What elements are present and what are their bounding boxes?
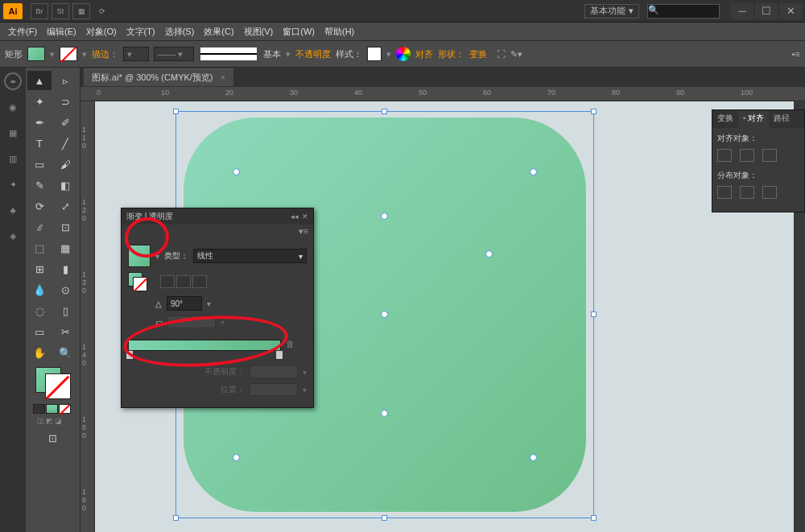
swatches-icon[interactable]: ▦ [4, 124, 22, 142]
stroke-grad-3[interactable] [192, 275, 207, 288]
align-hcenter-icon[interactable] [740, 149, 754, 162]
none-mode[interactable] [59, 404, 71, 414]
gradient-preview-swatch[interactable] [128, 245, 151, 267]
close-button[interactable]: ✕ [779, 3, 802, 19]
zoom-tool[interactable]: 🔍 [53, 343, 77, 362]
fill-stroke-box[interactable] [35, 367, 71, 399]
menu-select[interactable]: 选择(S) [160, 26, 200, 38]
hand-tool[interactable]: ✋ [27, 343, 52, 362]
search-input[interactable]: 🔍 [647, 4, 720, 19]
distribute-top-icon[interactable] [717, 186, 732, 199]
tab-transform[interactable]: 变换 [712, 110, 738, 128]
workspace-switcher[interactable]: 基本功能 ▾ [584, 4, 639, 19]
line-tool[interactable]: ╱ [53, 134, 77, 153]
center-point[interactable] [381, 311, 388, 318]
draw-mode-icon[interactable]: ◫ [37, 417, 44, 425]
recolor-button[interactable] [396, 47, 411, 61]
menu-file[interactable]: 文件(F) [3, 26, 42, 38]
layers-icon[interactable]: ◈ [4, 227, 22, 245]
stock-button[interactable]: St [52, 3, 69, 19]
opacity-label[interactable]: 不透明度 [295, 48, 331, 60]
document-tab[interactable]: 图标.ai* @ 300% (CMYK/预览) × [84, 68, 233, 86]
panel-close-icon[interactable]: ✕ [302, 212, 308, 221]
direct-selection-tool[interactable]: ▹ [53, 71, 77, 90]
corner-widget-bl[interactable] [233, 454, 240, 461]
gradient-stop-right[interactable] [275, 350, 283, 360]
symbols-icon[interactable]: ✦ [4, 175, 22, 193]
stroke-grad-2[interactable] [176, 275, 191, 288]
gradient-ramp[interactable] [128, 340, 281, 351]
shape-builder-tool[interactable]: ⬚ [27, 238, 52, 258]
maximize-button[interactable]: ☐ [755, 3, 778, 19]
gradient-fill-stroke[interactable] [128, 272, 147, 291]
panel-header[interactable]: 渐变 | 透明度 ◂◂ ✕ [122, 208, 313, 225]
draw-inside-icon[interactable]: ◪ [55, 417, 62, 425]
align-right-icon[interactable] [762, 149, 777, 162]
delete-stop-icon[interactable]: 🗑 [286, 339, 295, 348]
artboard-tool[interactable]: ▭ [27, 322, 52, 341]
color-icon[interactable]: ◉ [4, 98, 22, 116]
gpu-button[interactable]: ⟳ [93, 3, 111, 19]
eyedropper-tool[interactable]: 💧 [27, 280, 52, 299]
menu-window[interactable]: 窗口(W) [278, 26, 320, 38]
rectangle-tool[interactable]: ▭ [27, 155, 52, 174]
stroke-swatch[interactable] [60, 47, 77, 61]
slice-tool[interactable]: ✂ [53, 322, 77, 341]
menu-type[interactable]: 文字(T) [122, 26, 160, 38]
handle-tr[interactable] [591, 109, 597, 114]
curvature-tool[interactable]: ✐ [53, 113, 77, 132]
width-tool[interactable]: ⫽ [27, 217, 52, 237]
handle-bm[interactable] [382, 515, 387, 521]
shape-btn[interactable]: 形状： [438, 48, 464, 60]
menu-view[interactable]: 视图(V) [239, 26, 279, 38]
stroke-icon[interactable]: ♣ [4, 201, 22, 219]
brushes-icon[interactable]: ▥ [4, 150, 22, 167]
mesh-tool[interactable]: ⊞ [27, 259, 52, 278]
panel-menu-icon[interactable]: ▾≡ [299, 226, 308, 236]
cc-libraries-icon[interactable]: ∞ [4, 72, 22, 90]
paintbrush-tool[interactable]: 🖌 [53, 155, 77, 174]
stroke-label[interactable]: 描边： [92, 48, 118, 60]
pen-tool[interactable]: ✒ [27, 113, 52, 132]
gradient-stop-left[interactable] [126, 350, 134, 360]
magic-wand-tool[interactable]: ✦ [27, 92, 52, 111]
stroke-grad-1[interactable] [160, 275, 175, 288]
rotate-tool[interactable]: ⟳ [27, 196, 52, 216]
draw-behind-icon[interactable]: ◩ [46, 417, 53, 425]
handle-mr[interactable] [591, 311, 597, 317]
edge-bottom[interactable] [381, 410, 388, 417]
minimize-button[interactable]: ─ [731, 3, 753, 19]
arrange-docs-button[interactable]: ▦ [72, 3, 90, 19]
distribute-bottom-icon[interactable] [762, 186, 777, 199]
handle-tl[interactable] [173, 109, 179, 114]
panel-collapse-icon[interactable]: ◂◂ [291, 212, 299, 221]
gradient-angle-input[interactable]: 90° [167, 296, 202, 311]
fill-swatch[interactable] [27, 47, 45, 61]
corner-widget-br[interactable] [530, 454, 537, 461]
tab-align[interactable]: ◦ 对齐 [738, 110, 769, 128]
transform-label[interactable]: 变换 [469, 48, 487, 60]
perspective-tool[interactable]: ▦ [53, 238, 77, 258]
panel-menu-icon[interactable]: ▪≡ [792, 49, 800, 59]
gradient-type-select[interactable]: 线性▾ [193, 249, 307, 263]
eraser-tool[interactable]: ◧ [53, 175, 77, 195]
lasso-tool[interactable]: ⊃ [53, 92, 77, 111]
gradient-panel[interactable]: 渐变 | 透明度 ◂◂ ✕ ▾≡ ▾ 类型： 线性▾ △ 90°▾ ▭ ▾ [121, 208, 314, 408]
menu-effect[interactable]: 效果(C) [199, 26, 238, 38]
isolate-icon[interactable]: ⛶ [497, 49, 506, 59]
edit-icon[interactable]: ✎▾ [510, 49, 522, 60]
selection-tool[interactable]: ▲ [27, 71, 52, 90]
align-label[interactable]: 对齐 [415, 48, 433, 60]
distribute-vcenter-icon[interactable] [740, 186, 754, 199]
symbol-sprayer-tool[interactable]: ◌ [27, 301, 52, 320]
edge-top[interactable] [381, 212, 388, 220]
stroke-weight[interactable]: ▾ [123, 47, 149, 61]
align-panel[interactable]: 变换 ◦ 对齐 路径 对齐对象： 分布对象： [712, 109, 805, 212]
screen-mode-tool[interactable]: ⊡ [41, 428, 65, 447]
graph-tool[interactable]: ▯ [53, 301, 77, 320]
menu-help[interactable]: 帮助(H) [320, 26, 359, 38]
shaper-tool[interactable]: ✎ [27, 175, 52, 195]
color-mode[interactable] [33, 404, 45, 414]
type-tool[interactable]: T [27, 134, 52, 153]
tab-pathfinder[interactable]: 路径 [769, 110, 795, 128]
